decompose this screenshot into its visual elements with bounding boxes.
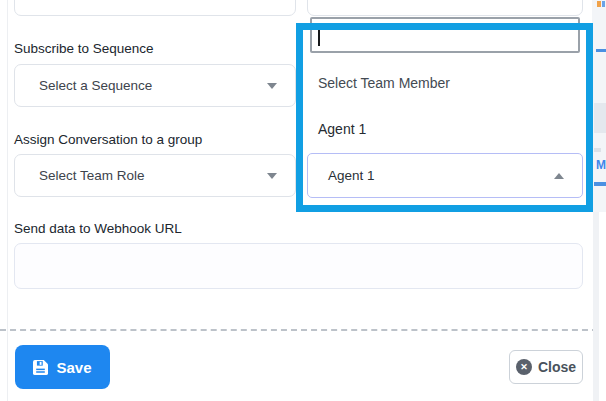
background-fragment: [597, 1, 601, 7]
modal-left-edge: [7, 0, 8, 401]
team-member-select[interactable]: Agent 1: [307, 153, 583, 198]
save-icon: [33, 360, 48, 375]
team-member-option[interactable]: Select Team Member: [318, 72, 558, 94]
webhook-url-label: Send data to Webhook URL: [14, 221, 182, 236]
background-link-fragment: [596, 49, 606, 52]
dropdown-search-input[interactable]: [310, 17, 580, 53]
close-x-icon: ✕: [516, 359, 532, 375]
webhook-url-input[interactable]: [14, 243, 583, 289]
background-fragment: [602, 1, 605, 7]
background-text-fragment: M: [596, 158, 606, 172]
background-page-strip: [593, 212, 599, 401]
background-fragment: [594, 103, 606, 133]
sequence-select[interactable]: Select a Sequence: [14, 64, 296, 107]
background-fragment: [594, 148, 601, 152]
caret-down-icon: [267, 173, 277, 179]
team-member-option[interactable]: Agent 1: [318, 118, 558, 140]
subscribe-sequence-label: Subscribe to Sequence: [14, 41, 154, 56]
caret-up-icon: [554, 173, 564, 179]
automation-settings-modal: Subscribe to Sequence Select a Sequence …: [0, 0, 606, 401]
team-role-select[interactable]: Select Team Role: [14, 154, 296, 197]
close-button-label: Close: [538, 359, 576, 375]
top-left-input-partial[interactable]: [14, 0, 296, 16]
footer-divider: [0, 329, 598, 331]
save-button[interactable]: Save: [15, 345, 110, 389]
caret-down-icon: [267, 83, 277, 89]
close-button[interactable]: ✕ Close: [509, 350, 583, 384]
text-cursor: [318, 25, 320, 46]
top-right-input-partial[interactable]: [307, 0, 583, 16]
assign-group-label: Assign Conversation to a group: [14, 132, 202, 147]
sequence-select-value: Select a Sequence: [39, 78, 152, 93]
team-role-select-value: Select Team Role: [39, 168, 145, 183]
save-button-label: Save: [56, 359, 91, 376]
background-link-fragment: [594, 182, 606, 186]
team-member-select-value: Agent 1: [328, 168, 375, 183]
